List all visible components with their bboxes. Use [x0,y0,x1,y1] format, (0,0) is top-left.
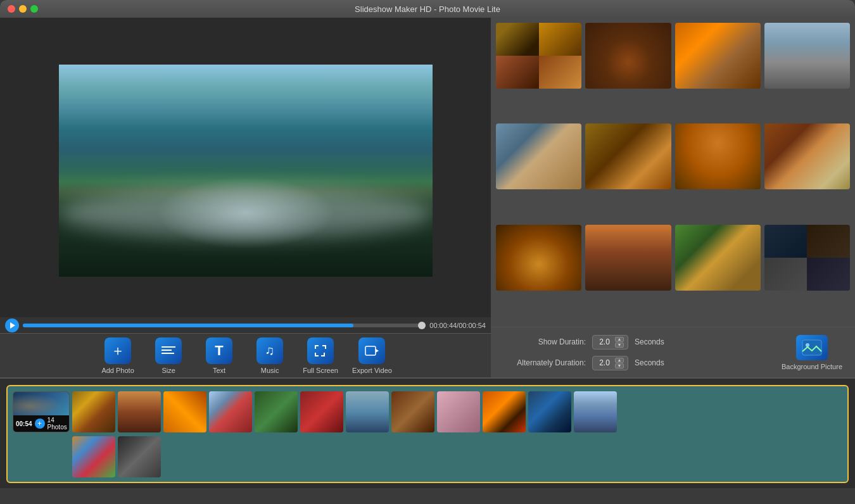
fullscreen-icon [307,337,334,364]
add-photo-button[interactable]: ＋ Add Photo [99,337,137,374]
track-thumbnail-10[interactable] [483,391,526,432]
alternately-input[interactable]: 2.0 ▲ ▼ [592,356,628,370]
alternately-down[interactable]: ▼ [615,363,624,369]
thumbnail-3[interactable] [675,23,761,89]
track-first-thumbnail [13,392,69,415]
svg-rect-1 [162,350,172,351]
track-thumbnail-9[interactable] [437,391,480,432]
thumbnail-12[interactable] [764,225,850,291]
timeline-track: 00:54 + 14 Photos [6,385,849,483]
track-duration: 00:54 [16,420,32,427]
settings-group: Show Duratin: 2.0 ▲ ▼ Seconds Alternatel… [504,335,782,370]
show-duration-up[interactable]: ▲ [615,337,624,342]
background-picture-label: Background Picture [782,363,842,370]
svg-rect-4 [802,340,821,355]
track-thumbnail-2[interactable] [118,391,161,432]
track-row-2 [13,436,842,477]
add-photo-label: Add Photo [101,367,134,374]
thumbnail-8[interactable] [764,123,850,189]
timeline-controls: 00:00:44/00:00:54 [0,317,491,333]
alternately-setting: Alternately Duration: 2.0 ▲ ▼ Seconds [504,356,782,370]
show-duration-setting: Show Duratin: 2.0 ▲ ▼ Seconds [504,335,782,350]
track-thumbnail-14[interactable] [118,436,161,477]
add-photo-icon: ＋ [104,337,131,364]
background-picture-icon [796,335,828,360]
size-button[interactable]: Size [149,337,187,374]
svg-rect-0 [162,346,175,348]
music-label: Music [261,367,279,374]
play-button[interactable] [5,318,19,332]
show-duration-stepper[interactable]: ▲ ▼ [615,337,624,348]
thumbnail-1[interactable] [496,23,581,89]
track-thumbnail-8[interactable] [391,391,434,432]
show-duration-input[interactable]: 2.0 ▲ ▼ [592,335,628,350]
export-video-icon [358,337,385,364]
text-label: Text [213,367,225,374]
size-label: Size [162,367,175,374]
size-icon [155,337,182,364]
thumbnail-11[interactable] [675,225,761,291]
minimize-button[interactable] [19,5,27,13]
traffic-lights [8,5,38,13]
thumbnail-5[interactable] [496,123,581,189]
fullscreen-label: Full Screen [303,367,338,374]
track-thumbnail-13[interactable] [72,436,115,477]
export-video-button[interactable]: Export Video [352,337,392,374]
track-thumbnail-7[interactable] [346,391,389,432]
music-icon: ♫ [256,337,283,364]
show-duration-value: 2.0 [597,337,612,346]
music-button[interactable]: ♫ Music [251,337,289,374]
track-first-item[interactable]: 00:54 + 14 Photos [13,391,70,432]
thumbnail-10[interactable] [585,225,671,291]
svg-rect-2 [162,353,174,354]
thumbnail-6[interactable] [585,123,671,189]
thumbnail-9[interactable] [496,225,581,291]
app-title: Slideshow Maker HD - Photo Movie Lite [355,4,500,14]
fullscreen-button[interactable]: Full Screen [301,337,339,374]
add-track-button[interactable]: + [35,419,45,429]
alternately-unit: Seconds [635,358,664,367]
show-duration-unit: Seconds [635,337,664,346]
toolbar: ＋ Add Photo Size T Text ♫ Music [0,333,491,377]
thumbnails-grid [491,18,855,327]
timeline-thumb [418,322,426,329]
track-thumbnail-1[interactable] [72,391,115,432]
main-content: 00:00:44/00:00:54 ＋ Add Photo Size T [0,18,855,377]
thumbnail-7[interactable] [675,123,761,189]
thumbnail-4[interactable] [764,23,850,89]
track-thumbnail-4[interactable] [209,391,252,432]
settings-row: Show Duratin: 2.0 ▲ ▼ Seconds Alternatel… [491,327,855,377]
show-duration-down[interactable]: ▼ [615,343,624,348]
track-row-1: 00:54 + 14 Photos [13,391,842,432]
track-thumbnail-3[interactable] [163,391,206,432]
track-thumbnail-6[interactable] [300,391,343,432]
alternately-up[interactable]: ▲ [615,358,624,363]
track-thumbnail-5[interactable] [255,391,298,432]
video-preview [0,18,491,317]
background-picture-button[interactable]: Background Picture [782,335,842,370]
text-button[interactable]: T Text [200,337,238,374]
track-thumbnail-11[interactable] [528,391,571,432]
alternately-label: Alternately Duration: [504,358,586,367]
alternately-value: 2.0 [597,358,612,367]
maximize-button[interactable] [30,5,38,13]
title-bar: Slideshow Maker HD - Photo Movie Lite [0,0,855,18]
track-first-info: 00:54 + 14 Photos [13,415,69,432]
close-button[interactable] [8,5,15,13]
video-frame [59,65,433,277]
bottom-timeline: 00:54 + 14 Photos [0,377,855,488]
track-count: 14 Photos [48,417,67,431]
timeline-bar[interactable] [23,324,426,327]
export-video-label: Export Video [352,367,392,374]
time-display: 00:00:44/00:00:54 [429,322,486,329]
right-panel: Show Duratin: 2.0 ▲ ▼ Seconds Alternatel… [491,18,855,377]
svg-rect-3 [365,346,376,355]
timeline-progress [23,324,353,327]
text-icon: T [206,337,232,364]
track-thumbnail-12[interactable] [574,391,617,432]
thumbnail-2[interactable] [585,23,671,89]
alternately-stepper[interactable]: ▲ ▼ [615,358,624,369]
show-duration-label: Show Duratin: [504,337,586,346]
preview-area: 00:00:44/00:00:54 ＋ Add Photo Size T [0,18,491,377]
